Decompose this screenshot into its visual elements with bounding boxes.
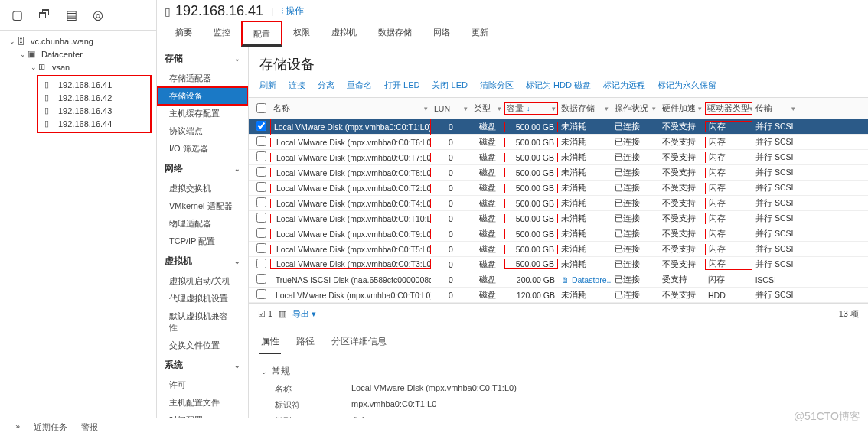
row-checkbox[interactable] [256,151,266,161]
hosts-view-icon[interactable]: ▢ [11,8,23,22]
table-row[interactable]: Local VMware Disk (mpx.vmhba0:C0:T3:L0) … [249,257,868,272]
network-view-icon[interactable]: ◎ [93,8,103,22]
main-tab[interactable]: 摘要 [165,21,203,47]
config-item[interactable]: 协议端点 [157,122,248,140]
filter-icon[interactable]: ▾ [552,105,556,112]
row-checkbox[interactable] [256,197,266,207]
export-button[interactable]: 导出 ▾ [292,308,316,320]
config-group[interactable]: 存储⌄ [157,47,248,70]
table-row[interactable]: Local VMware Disk (mpx.vmhba0:C0:T5:L0) … [249,242,868,257]
config-item[interactable]: 主机缓存配置 [157,105,248,122]
row-checkbox[interactable] [256,243,266,253]
main-tab[interactable]: 监控 [203,21,241,47]
table-row[interactable]: Local VMware Disk (mpx.vmhba0:C0:T10:L0)… [249,211,868,226]
row-checkbox[interactable] [256,274,266,284]
table-row[interactable]: Local VMware Disk (mpx.vmhba0:C0:T0:L0) … [249,288,868,303]
config-group[interactable]: 网络⌄ [157,158,248,180]
toolbar-action[interactable]: 重命名 [347,80,372,91]
column-picker-icon[interactable]: ▥ [279,309,286,319]
filter-icon[interactable]: ▾ [424,105,428,112]
config-item[interactable]: 交换文件位置 [157,337,248,354]
expander-icon[interactable]: ⌄ [31,63,38,71]
table-row[interactable]: Local VMware Disk (mpx.vmhba0:C0:T1:L0) … [249,119,868,135]
tree-host[interactable]: ▯192.168.16.41 [40,78,148,91]
toolbar-action[interactable]: 连接 [289,80,305,91]
toolbar-action[interactable]: 标记为远程 [603,80,645,91]
tree-host[interactable]: ▯192.168.16.44 [40,117,148,130]
config-item[interactable]: 存储适配器 [157,70,248,87]
config-item[interactable]: 存储设备 [157,87,248,105]
main-tab[interactable]: 虚拟机 [321,21,367,47]
device-sub-tab[interactable]: 分区详细信息 [330,332,388,354]
prop-group-general[interactable]: ⌄常规 [259,360,857,381]
table-row[interactable]: Local VMware Disk (mpx.vmhba0:C0:T4:L0) … [249,196,868,211]
storage-view-icon[interactable]: ▤ [66,8,77,22]
row-checkbox[interactable] [256,259,266,268]
row-checkbox[interactable] [256,121,266,131]
config-item[interactable]: I/O 筛选器 [157,140,248,158]
row-checkbox[interactable] [256,167,266,177]
storage-toolbar: 刷新连接分离重命名打开 LED关闭 LED清除分区标记为 HDD 磁盘标记为远程… [249,76,868,97]
tree-label: vc.chunhai.wang [31,37,93,46]
config-item[interactable]: 代理虚拟机设置 [157,290,248,307]
filter-icon[interactable]: ▾ [498,105,501,112]
main-tab[interactable]: 配置 [241,21,282,47]
table-row[interactable]: Local VMware Disk (mpx.vmhba0:C0:T9:L0) … [249,226,868,242]
row-checkbox[interactable] [256,213,266,223]
toolbar-action[interactable]: 标记为 HDD 磁盘 [526,80,591,91]
table-row[interactable]: Local VMware Disk (mpx.vmhba0:C0:T7:L0) … [249,150,868,165]
alarms-tab[interactable]: 警报 [81,421,98,433]
main-tab[interactable]: 更新 [461,21,499,47]
filter-icon[interactable]: ▾ [698,105,702,112]
config-item[interactable]: TCP/IP 配置 [157,233,248,250]
toolbar-action[interactable]: 关闭 LED [432,80,467,91]
config-item[interactable]: VMkernel 适配器 [157,197,248,215]
row-checkbox[interactable] [256,182,266,192]
table-row[interactable]: Local VMware Disk (mpx.vmhba0:C0:T2:L0) … [249,181,868,196]
expander-icon[interactable]: ⌄ [9,37,17,45]
table-row[interactable]: Local VMware Disk (mpx.vmhba0:C0:T6:L0) … [249,135,868,150]
row-checkbox[interactable] [256,289,266,299]
tree-cluster[interactable]: ⌄ ⊞ vsan [6,60,156,73]
main-tab[interactable]: 权限 [282,21,321,47]
config-item[interactable]: 虚拟机启动/关机 [157,272,248,290]
col-transport: 传输▾ [752,103,798,114]
config-item[interactable]: 物理适配器 [157,215,248,233]
tree-host[interactable]: ▯192.168.16.42 [40,91,148,104]
tree-datacenter[interactable]: ⌄ ▣ Datacenter [6,47,156,60]
toolbar-action[interactable]: 刷新 [259,80,276,91]
toolbar-action[interactable]: 清除分区 [480,80,514,91]
device-sub-tab[interactable]: 属性 [259,332,281,354]
config-item[interactable]: 许可 [157,376,248,394]
config-item[interactable]: 主机配置文件 [157,394,248,412]
datastore-link[interactable]: 🗎Datastore... [558,275,612,285]
config-item[interactable]: 默认虚拟机兼容性 [157,307,248,337]
filter-icon[interactable]: ▾ [464,105,468,112]
row-checkbox[interactable] [256,228,266,238]
toolbar-action[interactable]: 分离 [318,80,334,91]
recent-tasks-tab[interactable]: 近期任务 [34,421,67,433]
row-checkbox[interactable] [256,136,266,146]
tree-vcenter[interactable]: ⌄ 🗄 vc.chunhai.wang [6,35,156,47]
config-item[interactable]: 虚拟交换机 [157,180,248,197]
toolbar-action[interactable]: 打开 LED [384,80,419,91]
actions-menu[interactable]: ⁝操作 [281,5,304,18]
filter-icon[interactable]: ▾ [652,105,656,112]
table-row[interactable]: TrueNAS iSCSI Disk (naa.6589cfc0000008c.… [249,272,868,288]
select-all-checkbox[interactable] [256,103,266,113]
col-opstate: 操作状况▾ [612,103,659,114]
config-group[interactable]: 虚拟机⌄ [157,250,248,272]
config-group[interactable]: 系统⌄ [157,354,248,376]
filter-icon[interactable]: ▾ [791,105,795,112]
vms-view-icon[interactable]: 🗗 [38,8,51,22]
filter-icon[interactable]: ▾ [605,105,609,112]
expander-icon[interactable]: ⌄ [20,50,28,58]
bottom-expander-icon[interactable]: » [15,421,20,433]
main-tab[interactable]: 数据存储 [367,21,423,47]
table-row[interactable]: Local VMware Disk (mpx.vmhba0:C0:T8:L0) … [249,165,868,181]
device-sub-tab[interactable]: 路径 [295,332,316,354]
tree-host[interactable]: ▯192.168.16.43 [40,104,148,117]
sort-desc-icon[interactable]: ↓ [527,105,530,112]
main-tab[interactable]: 网络 [423,21,461,47]
toolbar-action[interactable]: 标记为永久保留 [658,80,716,91]
